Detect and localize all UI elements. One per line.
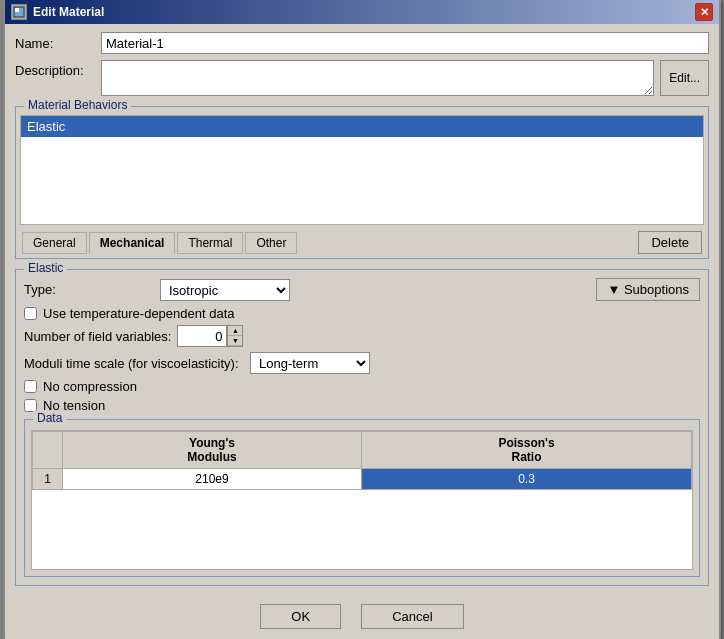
- dialog-icon: [11, 4, 27, 20]
- material-behaviors-group: Material Behaviors Elastic General Mecha…: [15, 106, 709, 259]
- col-rownum: [33, 432, 63, 469]
- type-select[interactable]: Isotropic Orthotropic Anisotropic Engine…: [160, 279, 290, 301]
- no-tension-row: No tension: [24, 398, 700, 413]
- type-row: Type: Isotropic Orthotropic Anisotropic …: [24, 278, 700, 301]
- temp-checkbox[interactable]: [24, 307, 37, 320]
- name-label: Name:: [15, 36, 95, 51]
- footer: OK Cancel: [5, 594, 719, 639]
- field-vars-label: Number of field variables:: [24, 329, 171, 344]
- no-compression-row: No compression: [24, 379, 700, 394]
- suboptions-button[interactable]: ▼ Suboptions: [596, 278, 700, 301]
- tab-row: General Mechanical Thermal Other Delete: [20, 231, 704, 254]
- tab-thermal[interactable]: Thermal: [177, 232, 243, 254]
- elastic-group: Elastic Type: Isotropic Orthotropic Anis…: [15, 269, 709, 586]
- no-compression-label: No compression: [43, 379, 137, 394]
- dialog-body: Name: Description: Edit... Material Beha…: [5, 24, 719, 594]
- ok-button[interactable]: OK: [260, 604, 341, 629]
- elastic-label: Elastic: [24, 261, 67, 275]
- field-vars-row: Number of field variables: ▲ ▼: [24, 325, 700, 347]
- edit-button[interactable]: Edit...: [660, 60, 709, 96]
- description-input[interactable]: [101, 60, 654, 96]
- close-button[interactable]: ✕: [695, 3, 713, 21]
- data-group: Data Young'sModulus Poisson'sRatio: [24, 419, 700, 577]
- behaviors-list: Elastic: [20, 115, 704, 225]
- spin-up-button[interactable]: ▲: [228, 326, 242, 336]
- data-table: Young'sModulus Poisson'sRatio 1 210e9 0.…: [32, 431, 692, 490]
- moduli-select[interactable]: Long-term Instantaneous: [250, 352, 370, 374]
- temp-label: Use temperature-dependent data: [43, 306, 235, 321]
- tab-mechanical[interactable]: Mechanical: [89, 232, 176, 254]
- no-compression-checkbox[interactable]: [24, 380, 37, 393]
- col-youngs: Young'sModulus: [63, 432, 362, 469]
- tab-general[interactable]: General: [22, 232, 87, 254]
- description-label: Description:: [15, 60, 95, 78]
- poisson-cell[interactable]: 0.3: [362, 469, 692, 490]
- type-label: Type:: [24, 282, 154, 297]
- behavior-item-elastic[interactable]: Elastic: [21, 116, 703, 137]
- table-row[interactable]: 1 210e9 0.3: [33, 469, 692, 490]
- dialog-title: Edit Material: [33, 5, 104, 19]
- edit-material-dialog: Edit Material ✕ Name: Description: Edit.…: [3, 0, 721, 639]
- title-bar: Edit Material ✕: [5, 0, 719, 24]
- row-number: 1: [33, 469, 63, 490]
- temp-checkbox-row: Use temperature-dependent data: [24, 306, 700, 321]
- delete-button[interactable]: Delete: [638, 231, 702, 254]
- moduli-row: Moduli time scale (for viscoelasticity):…: [24, 352, 700, 374]
- table-header-row: Young'sModulus Poisson'sRatio: [33, 432, 692, 469]
- spin-down-button[interactable]: ▼: [228, 336, 242, 346]
- description-row: Description: Edit...: [15, 60, 709, 96]
- moduli-label: Moduli time scale (for viscoelasticity):: [24, 356, 244, 371]
- col-poisson: Poisson'sRatio: [362, 432, 692, 469]
- data-table-container: Young'sModulus Poisson'sRatio 1 210e9 0.…: [31, 430, 693, 570]
- youngs-cell[interactable]: 210e9: [63, 469, 362, 490]
- svg-rect-1: [15, 8, 19, 12]
- cancel-button[interactable]: Cancel: [361, 604, 463, 629]
- material-behaviors-label: Material Behaviors: [24, 98, 131, 112]
- name-input[interactable]: [101, 32, 709, 54]
- name-row: Name:: [15, 32, 709, 54]
- field-vars-input[interactable]: [177, 325, 227, 347]
- data-label: Data: [33, 411, 66, 425]
- field-vars-spinner: ▲ ▼: [177, 325, 243, 347]
- tab-other[interactable]: Other: [245, 232, 297, 254]
